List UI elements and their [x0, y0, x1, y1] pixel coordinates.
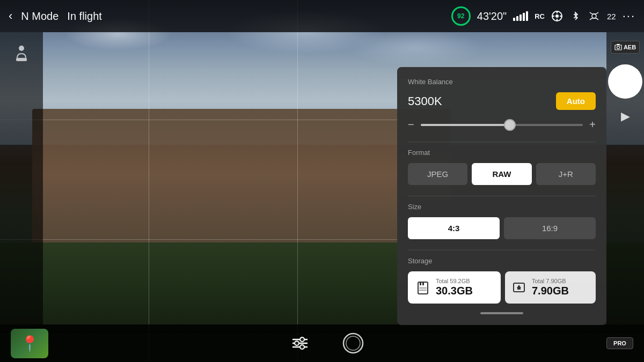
slider-track[interactable]	[421, 124, 583, 126]
panel-divider-1	[408, 142, 596, 142]
storage-info-internal: Total 7.90GB 7.90GB	[532, 278, 569, 297]
panel-handle[interactable]	[480, 312, 523, 314]
flight-mode-label: N Mode	[21, 10, 58, 23]
flight-status-label: In flight	[67, 10, 101, 23]
svg-point-26	[295, 341, 299, 345]
sd-total: Total 59.2GB	[436, 278, 473, 284]
battery-indicator: 92	[451, 6, 471, 26]
satellite-count: 22	[607, 12, 616, 21]
right-sidebar: AEB ▶	[606, 32, 644, 324]
back-button[interactable]: ‹	[9, 9, 12, 23]
svg-rect-15	[420, 282, 421, 285]
storage-card-sd[interactable]: Total 59.2GB 30.3GB	[408, 271, 501, 304]
storage-info-sd: Total 59.2GB 30.3GB	[436, 278, 473, 297]
slider-thumb[interactable]	[504, 119, 516, 131]
map-pin-icon: 📍	[20, 335, 39, 352]
panel-divider-2	[408, 196, 596, 196]
slider-plus[interactable]: +	[589, 119, 596, 131]
svg-point-27	[300, 345, 304, 349]
signal-bar-1	[513, 18, 515, 21]
white-balance-label: White Balance	[408, 78, 596, 86]
signal-bar-3	[519, 14, 522, 21]
svg-rect-10	[16, 58, 27, 61]
sd-free: 30.3GB	[436, 284, 473, 297]
svg-point-9	[19, 46, 24, 51]
svg-rect-18	[419, 290, 427, 291]
shutter-icon[interactable]	[342, 332, 364, 354]
settings-panel: White Balance 5300K Auto − + Format JPEG…	[397, 67, 606, 325]
gps-icon	[551, 10, 563, 22]
svg-point-1	[555, 14, 559, 18]
size-label: Size	[408, 203, 596, 211]
wb-slider-row: − +	[408, 119, 596, 131]
svg-rect-11	[615, 45, 621, 50]
internal-storage-icon	[511, 280, 526, 295]
link-icon	[569, 10, 581, 22]
flight-time: 43'20"	[477, 10, 507, 23]
storage-card-internal[interactable]: Total 7.90GB 7.90GB	[505, 271, 596, 304]
svg-point-12	[617, 46, 619, 49]
bottom-bar: 📍 PRO	[0, 324, 644, 362]
play-button[interactable]: ▶	[621, 109, 630, 123]
cloud-3	[349, 29, 483, 67]
pro-badge[interactable]: PRO	[606, 337, 633, 349]
sd-card-icon	[415, 280, 430, 295]
drone-icon	[588, 10, 601, 22]
white-balance-row: 5300K Auto	[408, 92, 596, 110]
svg-point-29	[346, 336, 360, 350]
svg-rect-16	[422, 282, 424, 285]
signal-bars	[513, 11, 528, 21]
signal-bar-2	[516, 16, 518, 21]
slider-minus[interactable]: −	[408, 119, 414, 131]
svg-rect-17	[419, 287, 427, 289]
internal-total: Total 7.90GB	[532, 278, 569, 284]
panel-bottom-bar	[408, 312, 596, 314]
signal-bar-5	[526, 11, 528, 21]
bottom-center-controls	[290, 332, 364, 354]
svg-point-8	[592, 14, 596, 18]
auto-button[interactable]: Auto	[556, 92, 596, 110]
svg-marker-20	[517, 285, 521, 288]
settings-sliders-icon[interactable]	[290, 335, 310, 351]
shoot-button[interactable]	[608, 64, 642, 99]
internal-free: 7.90GB	[532, 284, 569, 297]
signal-bar-4	[523, 13, 525, 21]
storage-row: Total 59.2GB 30.3GB Total 7.90GB 7.90GB	[408, 271, 596, 304]
left-sidebar	[0, 32, 43, 324]
wb-value: 5300K	[408, 94, 442, 108]
size-169-button[interactable]: 16:9	[504, 217, 596, 239]
format-jr-button[interactable]: J+R	[536, 163, 596, 185]
controller-icon	[12, 43, 31, 62]
format-label: Format	[408, 149, 596, 157]
size-43-button[interactable]: 4:3	[408, 217, 500, 239]
top-bar: ‹ N Mode In flight 92 43'20" RC	[0, 0, 644, 32]
svg-rect-21	[517, 288, 521, 290]
camera-small-icon	[614, 43, 622, 51]
top-bar-right: 92 43'20" RC	[451, 6, 635, 26]
svg-point-25	[300, 337, 304, 342]
aeb-badge: AEB	[611, 41, 640, 54]
svg-rect-13	[617, 44, 620, 45]
more-button[interactable]: ···	[623, 9, 635, 23]
map-widget[interactable]: 📍	[11, 329, 48, 358]
slider-fill	[421, 124, 510, 126]
panel-divider-3	[408, 250, 596, 250]
format-jpeg-button[interactable]: JPEG	[408, 163, 467, 185]
format-row: JPEG RAW J+R	[408, 163, 596, 185]
storage-label: Storage	[408, 257, 596, 265]
size-row: 4:3 16:9	[408, 217, 596, 239]
format-raw-button[interactable]: RAW	[472, 163, 531, 185]
rc-badge: RC	[535, 12, 545, 20]
battery-value: 92	[457, 12, 464, 20]
